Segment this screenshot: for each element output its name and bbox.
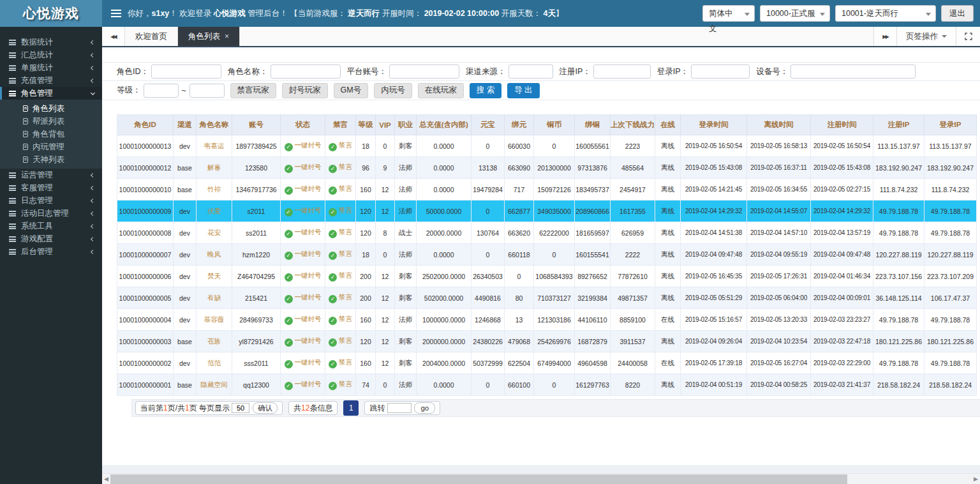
role-name-link[interactable]: 苍族 [207, 337, 221, 345]
ban-action-link[interactable]: 一键封号 [295, 337, 322, 344]
confirm-button[interactable]: 确认 [253, 402, 278, 414]
server-group-select[interactable]: 10000-正式服 [760, 5, 830, 22]
role-name-link[interactable]: 竹祢 [207, 185, 221, 193]
sidebar-item[interactable]: 充值管理 [0, 74, 102, 87]
level-min-input[interactable] [144, 84, 179, 98]
go-button[interactable]: go [414, 402, 435, 414]
mute-action-link[interactable]: 禁言 [339, 315, 352, 322]
mute-action-link[interactable]: 禁言 [339, 141, 352, 149]
export-button[interactable]: 导 出 [507, 83, 539, 98]
mute-action-link[interactable]: 禁言 [339, 380, 352, 388]
filter-button[interactable]: 内玩号 [374, 83, 412, 98]
page-1-button[interactable]: 1 [343, 400, 359, 416]
ban-action-link[interactable]: 一键封号 [295, 358, 322, 366]
mute-action-link[interactable]: 禁言 [339, 206, 352, 214]
table-row[interactable]: 10001000000009dev伏爱s2011✓一键封号✓禁言12012法师5… [117, 200, 977, 222]
filter-input[interactable] [593, 64, 651, 79]
table-row[interactable]: 10001000000001base隐藏空间qq12300✓一键封号✓禁言740… [117, 374, 977, 396]
filter-input[interactable] [271, 64, 341, 79]
horizontal-scrollbar[interactable]: ◀ ▶ [102, 473, 980, 484]
filter-input[interactable] [509, 64, 553, 79]
table-row[interactable]: 10001000000013dev韦嘉运18977389425✓一键封号✓禁言1… [117, 135, 977, 157]
filter-button[interactable]: 在线玩家 [418, 83, 464, 98]
filter-button[interactable]: GM号 [334, 83, 369, 98]
fullscreen-icon[interactable] [956, 27, 980, 46]
sidebar-subitem[interactable]: 天神列表 [0, 153, 102, 166]
jump-page-input[interactable] [387, 403, 412, 413]
sidebar-item[interactable]: 单服统计 [0, 61, 102, 74]
ban-action-link[interactable]: 一键封号 [295, 163, 322, 170]
scroll-right-icon[interactable]: ▶ [974, 476, 978, 482]
mute-action-link[interactable]: 禁言 [339, 293, 352, 301]
search-button[interactable]: 搜 索 [470, 83, 501, 98]
sidebar-item[interactable]: 数据统计 [0, 36, 102, 49]
table-row[interactable]: 10001000000010base竹祢13467917736✓一键封号✓禁言1… [117, 179, 977, 200]
server-select[interactable]: 10001-逆天而行 [835, 5, 936, 22]
sidebar-item[interactable]: 汇总统计 [0, 49, 102, 61]
tab[interactable]: 欢迎首页 [125, 27, 178, 46]
ban-action-link[interactable]: 一键封号 [295, 228, 322, 236]
ban-action-link[interactable]: 一键封号 [295, 293, 322, 301]
table-row[interactable]: 10001000000005dev有缺215421✓一键封号✓禁言20012刺客… [117, 287, 977, 309]
table-row[interactable]: 10001000000002dev范范sss2011✓一键封号✓禁言16012刺… [117, 352, 977, 374]
mute-action-link[interactable]: 禁言 [339, 358, 352, 366]
role-name-link[interactable]: 范范 [207, 359, 221, 367]
sidebar-item[interactable]: 角色管理 [0, 87, 102, 100]
level-max-input[interactable] [189, 84, 225, 98]
role-name-link[interactable]: 隐藏空间 [201, 381, 228, 388]
filter-button[interactable]: 封号玩家 [282, 83, 328, 98]
role-name-link[interactable]: 伏爱 [207, 207, 221, 215]
ban-action-link[interactable]: 一键封号 [295, 206, 322, 214]
sidebar-item[interactable]: 活动日志管理 [0, 207, 102, 220]
ban-action-link[interactable]: 一键封号 [295, 271, 322, 279]
scroll-tabs-right-icon[interactable]: ▶▶ [873, 27, 896, 46]
scroll-left-icon[interactable]: ◀ [104, 476, 108, 482]
role-name-link[interactable]: 慕容薇 [204, 315, 225, 323]
tab-active[interactable]: 角色列表× [178, 27, 240, 46]
close-icon[interactable]: × [225, 33, 229, 40]
role-name-link[interactable]: 花安 [207, 229, 221, 236]
table-row[interactable]: 10001000000012base解蕃123580✓一键封号✓禁言969法师0… [117, 157, 977, 179]
filter-input[interactable] [691, 64, 750, 79]
sidebar-item[interactable]: 客服管理 [0, 181, 102, 194]
mute-action-link[interactable]: 禁言 [339, 271, 352, 279]
sidebar-item[interactable]: 游戏配置 [0, 232, 102, 245]
filter-input[interactable] [791, 64, 916, 79]
ban-action-link[interactable]: 一键封号 [295, 380, 322, 388]
mute-action-link[interactable]: 禁言 [339, 250, 352, 257]
page-size-input[interactable] [232, 403, 249, 413]
mute-action-link[interactable]: 禁言 [339, 163, 352, 170]
filter-input[interactable] [151, 64, 221, 79]
table-row[interactable]: 10001000000003base苍族yl87291426✓一键封号✓禁言12… [117, 331, 977, 352]
sidebar-subitem[interactable]: 角色列表 [0, 102, 102, 115]
scroll-tabs-left-icon[interactable]: ◀◀ [102, 27, 125, 46]
table-row[interactable]: 10001000000008dev花安ss2011✓一键封号✓禁言1208战士2… [117, 222, 977, 244]
table-row[interactable]: 10001000000007dev晚风hzm1220✓一键封号✓禁言180法师0… [117, 244, 977, 266]
mute-action-link[interactable]: 禁言 [339, 185, 352, 192]
tab-operations-button[interactable]: 页签操作 [896, 27, 956, 46]
role-name-link[interactable]: 晚风 [207, 250, 221, 258]
role-name-link[interactable]: 韦嘉运 [204, 142, 225, 149]
ban-action-link[interactable]: 一键封号 [295, 141, 322, 149]
ban-action-link[interactable]: 一键封号 [295, 185, 322, 192]
mute-action-link[interactable]: 禁言 [339, 228, 352, 236]
sidebar-subitem[interactable]: 帮派列表 [0, 115, 102, 128]
filter-input[interactable] [389, 64, 459, 79]
language-select[interactable]: 简体中文 [702, 5, 755, 22]
role-name-link[interactable]: 焚天 [207, 272, 221, 280]
sidebar-item[interactable]: 日志管理 [0, 194, 102, 207]
logout-button[interactable]: 退出 [941, 5, 974, 22]
hamburger-icon[interactable] [111, 10, 121, 17]
ban-action-link[interactable]: 一键封号 [295, 315, 322, 322]
filter-button[interactable]: 禁言玩家 [230, 83, 276, 98]
table-row[interactable]: 10001000000004dev慕容薇284969733✓一键封号✓禁言160… [117, 309, 977, 331]
sidebar-item[interactable]: 系统工具 [0, 220, 102, 232]
table-row[interactable]: 10001000000006dev焚天Z464704295✓一键封号✓禁言200… [117, 266, 977, 287]
ban-action-link[interactable]: 一键封号 [295, 250, 322, 257]
sidebar-item[interactable]: 运营管理 [0, 169, 102, 181]
sidebar-item[interactable]: 后台管理 [0, 245, 102, 258]
scrollbar-thumb[interactable] [110, 474, 847, 484]
role-name-link[interactable]: 解蕃 [207, 163, 221, 171]
role-name-link[interactable]: 有缺 [207, 294, 221, 301]
sidebar-subitem[interactable]: 角色背包 [0, 128, 102, 140]
